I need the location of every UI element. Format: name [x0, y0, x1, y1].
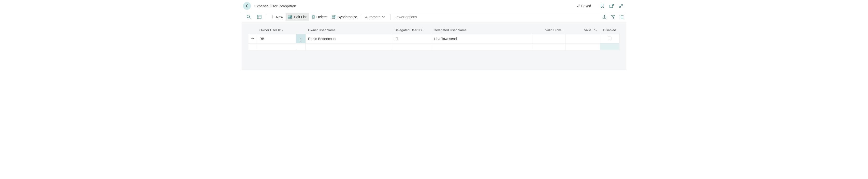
svg-rect-0	[610, 5, 613, 8]
automate-menu[interactable]: Automate	[363, 13, 389, 21]
filter-button[interactable]	[611, 14, 616, 20]
cell-empty[interactable]	[600, 43, 620, 50]
col-row-menu	[297, 26, 306, 34]
sync-icon	[332, 15, 336, 19]
cell-empty[interactable]	[565, 43, 600, 50]
layout-icon	[257, 15, 261, 19]
saved-indicator: Saved	[576, 4, 591, 8]
edit-list-label: Edit List	[294, 15, 307, 19]
sort-asc-icon: ↑	[422, 29, 424, 32]
row-indicator[interactable]	[248, 34, 257, 43]
search-icon	[247, 15, 251, 19]
col-valid-from[interactable]: Valid From↑	[531, 26, 565, 34]
svg-point-1	[247, 15, 250, 18]
cell-valid-from[interactable]	[531, 34, 565, 43]
delegation-grid[interactable]: Owner User ID↑ Owner User Name Delegated…	[248, 26, 620, 50]
trash-icon	[312, 15, 315, 19]
col-owner-user-id[interactable]: Owner User ID↑	[257, 26, 297, 34]
cell-valid-to[interactable]	[565, 34, 600, 43]
search-button[interactable]	[244, 13, 255, 21]
sort-asc-icon: ↑	[562, 29, 563, 32]
cell-empty[interactable]	[297, 43, 306, 50]
arrow-left-icon	[245, 4, 249, 8]
more-vertical-icon	[301, 38, 301, 41]
check-icon	[576, 4, 580, 8]
cell-empty[interactable]	[431, 43, 531, 50]
share-button[interactable]	[602, 14, 607, 20]
checkbox-icon[interactable]	[608, 37, 612, 40]
delete-label: Delete	[316, 15, 327, 19]
cell-owner-user-name[interactable]: Robin Bettencourt	[306, 34, 392, 43]
svg-rect-2	[257, 15, 261, 19]
automate-label: Automate	[365, 15, 380, 19]
saved-label: Saved	[581, 4, 591, 8]
popout-button[interactable]	[609, 3, 614, 8]
cell-owner-user-id[interactable]: RB	[257, 34, 297, 43]
chevron-down-icon	[382, 16, 385, 18]
list-icon	[619, 15, 624, 19]
synchronize-label: Synchronize	[338, 15, 357, 19]
col-valid-to[interactable]: Valid To↑	[565, 26, 600, 34]
arrow-right-icon	[251, 37, 254, 40]
filter-icon	[611, 15, 615, 19]
col-delegated-user-name[interactable]: Delegated User Name	[431, 26, 531, 34]
table-row-new[interactable]	[248, 43, 620, 50]
svg-rect-4	[332, 16, 335, 19]
sort-asc-icon: ↑	[282, 29, 283, 32]
new-button[interactable]: New	[269, 13, 285, 21]
cell-empty[interactable]	[257, 43, 297, 50]
cell-empty[interactable]	[531, 43, 565, 50]
cell-empty[interactable]	[392, 43, 431, 50]
collapse-icon	[619, 4, 623, 8]
cell-disabled[interactable]	[600, 34, 620, 43]
bookmark-button[interactable]	[600, 3, 605, 8]
back-button[interactable]	[243, 2, 251, 10]
cell-delegated-user-name[interactable]: Lina Townsend	[431, 34, 531, 43]
edit-list-icon	[288, 15, 292, 19]
fewer-options-label: Fewer options	[395, 15, 417, 19]
popout-icon	[610, 4, 614, 8]
fewer-options-button[interactable]: Fewer options	[392, 13, 419, 21]
bookmark-icon	[600, 4, 604, 8]
col-select	[248, 26, 257, 34]
edit-list-button[interactable]: Edit List	[285, 13, 309, 21]
col-disabled[interactable]: Disabled	[600, 26, 620, 34]
sort-asc-icon: ↑	[596, 29, 597, 32]
cell-empty[interactable]	[248, 43, 257, 50]
col-owner-user-name[interactable]: Owner User Name	[306, 26, 392, 34]
cell-delegated-user-id[interactable]: LT	[392, 34, 431, 43]
page-title: Expense User Delegation	[254, 4, 296, 8]
col-delegated-user-id[interactable]: Delegated User ID↑	[392, 26, 431, 34]
delete-button[interactable]: Delete	[309, 13, 329, 21]
collapse-button[interactable]	[619, 3, 623, 8]
synchronize-button[interactable]: Synchronize	[329, 13, 360, 21]
cell-empty[interactable]	[306, 43, 392, 50]
row-menu-button[interactable]	[297, 34, 306, 43]
view-button[interactable]	[255, 13, 266, 21]
details-pane-button[interactable]	[619, 14, 624, 20]
plus-icon	[271, 15, 275, 19]
new-label: New	[276, 15, 283, 19]
share-icon	[602, 15, 607, 19]
table-row[interactable]: RB Robin Bettencourt LT Lina Townsend	[248, 34, 620, 43]
